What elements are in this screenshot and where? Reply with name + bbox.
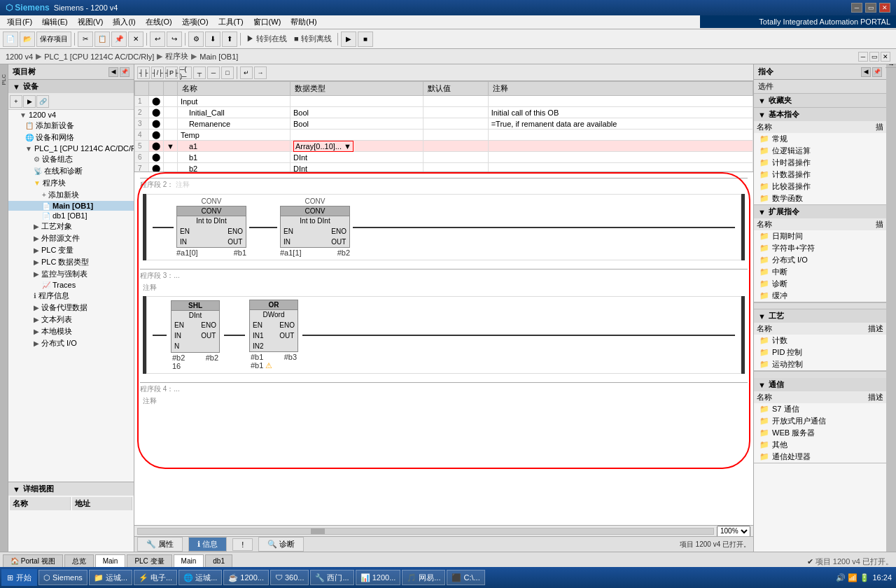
ladder-jump-btn[interactable]: → (254, 66, 267, 79)
redo-btn[interactable]: ↪ (167, 31, 182, 47)
tab-main[interactable]: Main (95, 554, 126, 567)
tree-item-online-diag[interactable]: 📡 在线和诊断 (8, 165, 134, 177)
warn-tab[interactable]: ! (232, 538, 253, 551)
minimize-button[interactable]: ─ (851, 3, 862, 13)
taskbar-item-360[interactable]: 🛡 360... (270, 570, 309, 585)
save-project-btn[interactable]: 保存项目 (36, 31, 71, 47)
instr-interrupt[interactable]: 📁 中断 (754, 266, 886, 278)
instr-comparator[interactable]: 📁 比较器操作 (754, 181, 886, 192)
extended-header[interactable]: ▼ 扩展指令 (754, 205, 886, 218)
tab-overview[interactable]: 总览 (64, 554, 94, 567)
start-simulation-btn[interactable]: ▶ (341, 31, 356, 47)
tree-item-device-config[interactable]: ⚙ 设备组态 (8, 153, 134, 165)
instr-pid[interactable]: 📁 PID 控制 (754, 346, 886, 358)
tree-item-plc[interactable]: ▼ PLC_1 [CPU 1214C AC/DC/Rly] (8, 144, 134, 153)
menu-edit[interactable]: 编辑(E) (38, 15, 72, 29)
stop-simulation-btn[interactable]: ■ (358, 31, 373, 47)
upload-btn[interactable]: ⬆ (222, 31, 237, 47)
tab-db1[interactable]: db1 (205, 554, 232, 567)
tree-item-tech-objects[interactable]: ▶ 工艺对象 (8, 220, 134, 232)
table-row[interactable]: 2 ⬤ Initial_Call BoolInitial call of thi… (135, 107, 753, 118)
instr-s7comm[interactable]: 📁 S7 通信 (754, 403, 886, 415)
download-btn[interactable]: ⬇ (205, 31, 220, 47)
instr-general[interactable]: 📁 常规 (754, 133, 886, 145)
instr-btn1[interactable]: ◀ (861, 67, 871, 77)
instr-distio[interactable]: 📁 分布式 I/O (754, 254, 886, 266)
window-close-btn[interactable]: ✕ (881, 52, 890, 62)
tree-item-project[interactable]: ▼ 1200 v4 (8, 110, 134, 120)
menu-project[interactable]: 项目(F) (3, 15, 36, 29)
open-btn[interactable]: 📂 (20, 31, 35, 47)
instr-string[interactable]: 📁 字符串+字符 (754, 242, 886, 254)
tree-item-traces[interactable]: 📈 Traces (8, 280, 134, 290)
tree-item-device-proxy[interactable]: ▶ 设备代理数据 (8, 302, 134, 314)
tree-item-program-info[interactable]: ℹ 程序信息 (8, 290, 134, 302)
ladder-contact-btn[interactable]: ┤├ (137, 66, 150, 79)
ladder-coil-btn[interactable]: ─( )─ (179, 66, 192, 79)
breadcrumb-program[interactable]: 程序块 (165, 51, 188, 62)
taskbar-item-1200[interactable]: 📊 1200... (356, 570, 401, 585)
instr-webserver[interactable]: 📁 WEB 服务器 (754, 427, 886, 439)
instr-commproc[interactable]: 📁 通信处理器 (754, 451, 886, 463)
tree-item-distributed-io[interactable]: ▶ 分布式 I/O (8, 337, 134, 349)
taskbar-item-cmd[interactable]: ⬛ C:\... (447, 570, 484, 585)
instr-counter[interactable]: 📁 计数器操作 (754, 169, 886, 181)
menu-insert[interactable]: 插入(I) (108, 15, 139, 29)
tree-item-plc-variables[interactable]: ▶ PLC 变量 (8, 244, 134, 256)
ladder-wire-h-btn[interactable]: ─ (207, 66, 220, 79)
restore-button[interactable]: ▭ (865, 3, 876, 13)
tree-item-plc-datatypes[interactable]: ▶ PLC 数据类型 (8, 256, 134, 268)
comm-header[interactable]: ▼ 通信 (754, 378, 886, 391)
breadcrumb-root[interactable]: 1200 v4 (6, 52, 33, 61)
detail-header[interactable]: ▼ 详细视图 (8, 482, 134, 496)
delete-btn[interactable]: ✕ (128, 31, 144, 47)
menu-tools[interactable]: 工具(T) (214, 15, 248, 29)
taskbar-item-java[interactable]: ☕ 1200... (223, 570, 269, 585)
breadcrumb-plc[interactable]: PLC_1 [CPU 1214C AC/DC/Rly] (44, 52, 154, 61)
tech-header[interactable]: ▼ 工艺 (754, 309, 886, 323)
menu-online[interactable]: 在线(O) (141, 15, 176, 29)
table-row[interactable]: 3 ⬤ Remanence Bool=True, if remanent dat… (135, 118, 753, 130)
menu-window[interactable]: 窗口(W) (249, 15, 286, 29)
tree-item-network[interactable]: 🌐 设备和网络 (8, 132, 134, 144)
instr-math[interactable]: 📁 数学函数 (754, 192, 886, 204)
window-max-btn[interactable]: ▭ (869, 52, 879, 62)
table-row[interactable]: 7 ⬤ b2 DInt (135, 163, 753, 173)
basic-header[interactable]: ▼ 基本指令 (754, 108, 886, 121)
copy-btn[interactable]: 📋 (94, 31, 110, 47)
undo-btn[interactable]: ↩ (150, 31, 165, 47)
taskbar-item-siemens[interactable]: ⬡ Siemens (38, 570, 88, 585)
breadcrumb-main[interactable]: Main [OB1] (200, 52, 238, 61)
tree-item-main-ob1[interactable]: 📄 Main [OB1] (8, 201, 134, 211)
instr-btn2[interactable]: 📌 (872, 67, 882, 77)
tree-item-local-modules[interactable]: ▶ 本地模块 (8, 326, 134, 337)
instr-buffer[interactable]: 📁 缓冲 (754, 290, 886, 302)
ladder-fb-btn[interactable]: □ (221, 66, 234, 79)
compile-btn[interactable]: ⚙ (188, 31, 204, 47)
tree-item-external-sources[interactable]: ▶ 外部源文件 (8, 232, 134, 244)
table-row[interactable]: 6 ⬤ b1 DInt (135, 152, 753, 163)
table-row[interactable]: 1 ⬤ Input (135, 96, 753, 107)
taskbar-item-netease[interactable]: 🎵 网易... (402, 570, 445, 585)
tree-link-btn[interactable]: 🔗 (36, 95, 49, 108)
favorites-header[interactable]: ▼ 收藏夹 (754, 94, 886, 107)
cut-btn[interactable]: ✂ (78, 31, 93, 47)
menu-view[interactable]: 视图(V) (74, 15, 108, 29)
paste-btn[interactable]: 📌 (111, 31, 127, 47)
tree-item-monitor[interactable]: ▶ 监控与强制表 (8, 268, 134, 280)
info-tab[interactable]: ℹ 信息 (188, 537, 227, 552)
instr-timer[interactable]: 📁 计时器操作 (754, 157, 886, 169)
tree-item-text-list[interactable]: ▶ 文本列表 (8, 314, 134, 326)
vtab-tasks[interactable]: 任务 (886, 67, 897, 74)
instr-diag[interactable]: 📁 诊断 (754, 278, 886, 290)
go-online-label[interactable]: ▶ 转到在线 (244, 34, 290, 44)
attr-tab[interactable]: 🔧 属性 (137, 537, 183, 552)
menu-help[interactable]: 帮助(H) (286, 15, 321, 29)
table-row[interactable]: 5 ⬤▼ a1 Array[0..10]... ▼ (135, 141, 753, 152)
instr-datetime[interactable]: 📁 日期时间 (754, 230, 886, 242)
tab-portal-view[interactable]: 🏠 Portal 视图 (3, 554, 63, 567)
instr-other[interactable]: 📁 其他 (754, 439, 886, 451)
tree-item-add-block[interactable]: + 添加新块 (8, 189, 134, 201)
tree-collapse-btn[interactable]: ◀ (108, 67, 118, 77)
table-row[interactable]: 4 ⬤ Temp (135, 130, 753, 141)
